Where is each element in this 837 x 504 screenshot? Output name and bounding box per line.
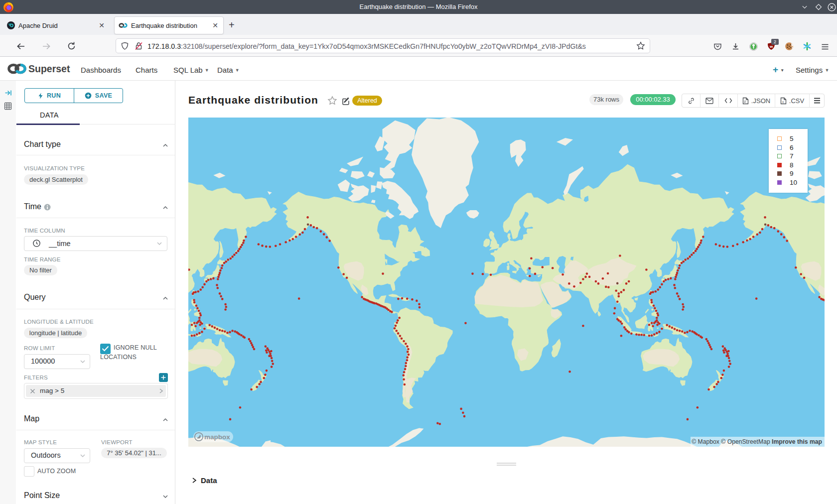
svg-text:mapbox: mapbox <box>204 433 230 441</box>
svg-text:x: x <box>782 100 784 103</box>
